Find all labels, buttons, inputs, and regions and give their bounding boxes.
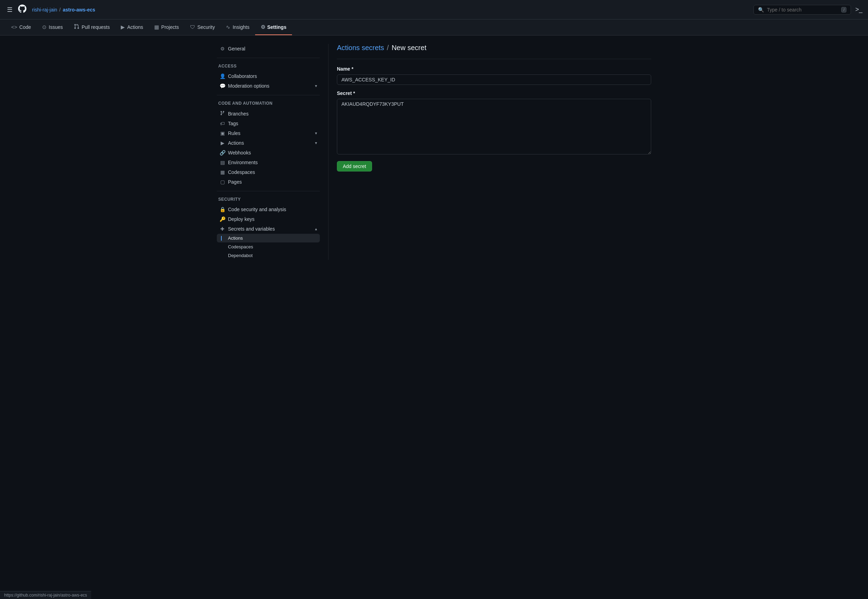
status-url: https://github.com/rishi-raj-jain/astro-…: [4, 593, 87, 597]
sidebar-code-security-label: Code security and analysis: [228, 207, 317, 212]
sidebar-item-tags[interactable]: 🏷 Tags: [217, 119, 320, 128]
tab-code[interactable]: <> Code: [6, 20, 36, 35]
sidebar-section-access: Access: [217, 64, 320, 69]
search-icon: 🔍: [758, 7, 764, 12]
tab-projects-label: Projects: [161, 24, 179, 30]
sidebar-sub-item-secrets-dependabot[interactable]: Dependabot: [217, 251, 320, 260]
tab-settings-label: Settings: [267, 24, 286, 30]
tab-actions-label: Actions: [127, 24, 143, 30]
actions-icon: ▶: [121, 24, 125, 30]
main-layout: ⚙ General Access 👤 Collaborators 💬 Moder…: [211, 36, 657, 268]
breadcrumb-link[interactable]: Actions secrets: [337, 44, 384, 52]
sidebar-sub-item-secrets-actions[interactable]: Actions: [217, 234, 320, 242]
sidebar-item-environments[interactable]: ▤ Environments: [217, 158, 320, 167]
content-divider: [337, 59, 651, 59]
chevron-down-icon: ▾: [315, 83, 317, 88]
topbar: ☰ rishi-raj-jain / astro-aws-ecs 🔍 / >_: [0, 0, 868, 20]
branch-icon: [220, 111, 225, 116]
tab-security[interactable]: 🛡 Security: [184, 20, 221, 35]
gear-icon: ⚙: [220, 46, 225, 51]
sidebar-item-code-security[interactable]: 🔒 Code security and analysis: [217, 205, 320, 214]
codespaces-icon: ▦: [220, 169, 225, 175]
rules-chevron-icon: ▾: [315, 131, 317, 135]
name-input[interactable]: [337, 74, 651, 85]
environment-icon: ▤: [220, 160, 225, 165]
add-secret-button[interactable]: Add secret: [337, 161, 372, 172]
sidebar-pages-label: Pages: [228, 179, 317, 185]
hamburger-icon[interactable]: ☰: [6, 5, 14, 15]
tab-pr-label: Pull requests: [81, 24, 110, 30]
sidebar-item-general[interactable]: ⚙ General: [217, 44, 320, 54]
security-icon: 🛡: [190, 24, 195, 30]
tab-projects[interactable]: ▦ Projects: [149, 20, 184, 35]
search-input[interactable]: [767, 7, 838, 12]
projects-icon: ▦: [154, 24, 159, 30]
tab-security-label: Security: [197, 24, 215, 30]
terminal-icon[interactable]: >_: [855, 6, 862, 13]
path-separator: /: [59, 7, 60, 12]
sidebar-divider-1: [217, 58, 320, 58]
sidebar-branches-label: Branches: [228, 111, 317, 116]
chat-icon: 💬: [220, 83, 225, 89]
sidebar-item-deploy-keys[interactable]: 🔑 Deploy keys: [217, 214, 320, 224]
code-security-icon: 🔒: [220, 207, 225, 212]
sidebar-deploy-keys-label: Deploy keys: [228, 216, 317, 222]
keyboard-hint: /: [841, 7, 847, 12]
search-box[interactable]: 🔍 /: [753, 5, 851, 15]
webhook-icon: 🔗: [220, 150, 225, 155]
sub-item-actions-label: Actions: [228, 235, 243, 241]
insights-icon: ∿: [226, 24, 231, 30]
tab-settings[interactable]: ⚙ Settings: [255, 20, 292, 35]
tab-actions[interactable]: ▶ Actions: [115, 20, 149, 35]
sub-item-dependabot-label: Dependabot: [228, 253, 253, 258]
sidebar-collaborators-label: Collaborators: [228, 74, 317, 79]
sidebar-environments-label: Environments: [228, 160, 317, 165]
statusbar: https://github.com/rishi-raj-jain/astro-…: [0, 591, 91, 599]
owner-name[interactable]: rishi-raj-jain: [32, 7, 57, 12]
actions-play-icon: ▶: [220, 140, 225, 146]
secret-textarea[interactable]: [337, 99, 651, 155]
sidebar-divider-2: [217, 95, 320, 95]
sidebar-secrets-label: Secrets and variables: [228, 226, 312, 232]
sidebar-webhooks-label: Webhooks: [228, 150, 317, 155]
sidebar-actions-label: Actions: [228, 140, 312, 146]
breadcrumb: Actions secrets / New secret: [337, 44, 651, 52]
sidebar-item-moderation[interactable]: 💬 Moderation options ▾: [217, 81, 320, 91]
breadcrumb-current: New secret: [392, 44, 426, 52]
tab-code-label: Code: [20, 24, 31, 30]
active-indicator: [221, 236, 222, 241]
settings-icon: ⚙: [261, 24, 265, 30]
sidebar-item-codespaces[interactable]: ▦ Codespaces: [217, 167, 320, 177]
sidebar-item-actions[interactable]: ▶ Actions ▾: [217, 138, 320, 148]
key-icon: 🔑: [220, 216, 225, 222]
tab-issues-label: Issues: [49, 24, 63, 30]
nav-tabs: <> Code ⊙ Issues Pull requests ▶ Actions…: [0, 20, 868, 36]
sidebar-item-pages[interactable]: ▢ Pages: [217, 177, 320, 187]
name-form-group: Name *: [337, 66, 651, 85]
sidebar-section-security: Security: [217, 197, 320, 202]
pages-icon: ▢: [220, 179, 225, 185]
code-icon: <>: [11, 24, 17, 30]
content-area: Actions secrets / New secret Name * Secr…: [328, 44, 651, 260]
tab-insights[interactable]: ∿ Insights: [220, 20, 255, 35]
sidebar-sub-item-secrets-codespaces[interactable]: Codespaces: [217, 242, 320, 251]
secrets-icon: ✚: [220, 226, 225, 232]
sidebar: ⚙ General Access 👤 Collaborators 💬 Moder…: [217, 44, 328, 260]
sidebar-item-branches[interactable]: Branches: [217, 108, 320, 119]
tag-icon: 🏷: [220, 121, 225, 126]
secret-form-group: Secret *: [337, 90, 651, 155]
actions-chevron-icon: ▾: [315, 140, 317, 145]
sidebar-codespaces-label: Codespaces: [228, 169, 317, 175]
github-logo: [18, 5, 26, 15]
sub-item-codespaces-label: Codespaces: [228, 244, 253, 250]
sidebar-item-rules[interactable]: ▣ Rules ▾: [217, 128, 320, 138]
repo-path: rishi-raj-jain / astro-aws-ecs: [32, 7, 95, 12]
name-label: Name *: [337, 66, 651, 72]
sidebar-item-webhooks[interactable]: 🔗 Webhooks: [217, 148, 320, 158]
tab-pull-requests[interactable]: Pull requests: [68, 20, 115, 35]
repo-name[interactable]: astro-aws-ecs: [63, 7, 95, 12]
secrets-chevron-icon: ▴: [315, 226, 317, 231]
tab-issues[interactable]: ⊙ Issues: [36, 20, 68, 35]
sidebar-item-secrets-variables[interactable]: ✚ Secrets and variables ▴: [217, 224, 320, 234]
sidebar-item-collaborators[interactable]: 👤 Collaborators: [217, 71, 320, 81]
